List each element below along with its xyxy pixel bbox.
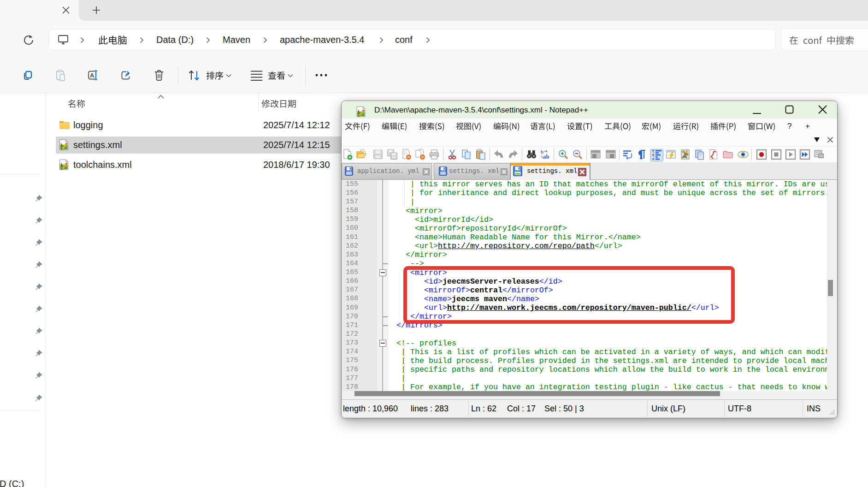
svg-text:A: A (90, 72, 94, 79)
svg-text:ab: ab (543, 153, 549, 160)
